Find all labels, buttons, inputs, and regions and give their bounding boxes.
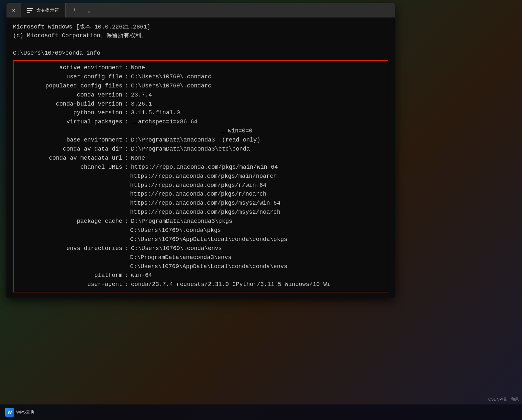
info-row-package-cache: package cache : D:\ProgramData\anaconda3… — [19, 217, 383, 226]
info-row-av-metadata-url: conda av metadata url : None — [19, 154, 383, 163]
terminal-body: Microsoft Windows [版本 10.0.22621.2861] (… — [6, 17, 395, 298]
base-env-value: D:\ProgramData\anaconda3 (read only) — [131, 136, 261, 145]
info-row-populated-config: populated config files : C:\Users\10769\… — [19, 82, 383, 91]
platform-label: platform — [19, 271, 122, 280]
sep10: : — [122, 154, 131, 163]
package-cache-value: D:\ProgramData\anaconda3\pkgs — [131, 217, 232, 226]
conda-version-value: 23.7.4 — [131, 91, 152, 100]
av-metadata-url-value: None — [131, 154, 145, 163]
package-cache-label: package cache — [19, 217, 122, 226]
dropdown-button[interactable]: ⌄ — [83, 5, 95, 16]
sep11: : — [122, 163, 131, 172]
header-line-1: Microsoft Windows [版本 10.0.22621.2861] — [13, 23, 388, 31]
envs-dir-cont-2: C:\Users\10769\AppData\Local\conda\conda… — [130, 262, 383, 271]
watermark: CSDN@花下和风 — [488, 397, 519, 402]
sep7: : — [122, 118, 131, 127]
channel-url-cont-2: https://repo.anaconda.com/pkgs/r/win-64 — [130, 181, 383, 190]
sep6: : — [122, 108, 131, 118]
prompt-line: C:\Users\10769>conda info — [13, 49, 388, 58]
platform-value: win-64 — [131, 271, 152, 280]
conda-build-label: conda-build version — [19, 100, 122, 109]
info-row-conda-build: conda-build version : 3.26.1 — [19, 100, 383, 109]
channel-url-cont-1: https://repo.anaconda.com/pkgs/main/noar… — [130, 172, 383, 181]
envs-dirs-label: envs directories — [19, 244, 122, 253]
sep12: : — [122, 217, 131, 226]
envs-dir-cont-1: D:\ProgramData\anaconda3\envs — [130, 253, 383, 262]
info-row-user-agent: user-agent : conda/23.7.4 requests/2.31.… — [19, 280, 383, 289]
channel-urls-label: channel URLs — [19, 163, 122, 172]
terminal-window: ✕ 命令提示符 + ⌄ Microsoft Windows [版本 10.0.2… — [6, 3, 395, 298]
channel-url-cont-4: https://repo.anaconda.com/pkgs/msys2/win… — [130, 199, 383, 208]
close-button[interactable]: ✕ — [6, 3, 21, 17]
taskbar: W WPS云典 — [0, 404, 522, 420]
sep9: : — [122, 145, 131, 154]
python-version-value: 3.11.5.final.0 — [131, 108, 180, 118]
populated-config-value: C:\Users\10769\.condarc — [131, 82, 211, 91]
virtual-packages-value: __archspec=1=x86_64 — [131, 118, 197, 127]
info-row-av-data-dir: conda av data dir : D:\ProgramData\anaco… — [19, 145, 383, 154]
info-row-conda-version: conda version : 23.7.4 — [19, 91, 383, 100]
user-config-value: C:\Users\10769\.condarc — [131, 73, 211, 82]
sep14: : — [122, 271, 131, 280]
sep3: : — [122, 82, 131, 91]
active-env-label: active environment — [19, 63, 122, 73]
virtual-packages-label: virtual packages — [19, 118, 122, 127]
sep4: : — [122, 91, 131, 100]
wps-icon: W — [5, 408, 14, 417]
pkg-cache-cont-1: C:\Users\10769\.conda\pkgs — [130, 226, 383, 235]
active-env-value: None — [131, 63, 145, 73]
sep1: : — [122, 63, 131, 73]
sep13: : — [122, 244, 131, 253]
title-bar-actions: + ⌄ — [69, 5, 95, 16]
info-row-envs-dirs: envs directories : C:\Users\10769\.conda… — [19, 244, 383, 253]
channel-urls-value: https://repo.anaconda.com/pkgs/main/win-… — [131, 163, 278, 172]
new-tab-button[interactable]: + — [69, 5, 81, 16]
terminal-icon — [27, 8, 33, 13]
user-config-label: user config file — [19, 73, 122, 82]
python-version-label: python version — [19, 108, 122, 118]
wps-label: WPS云典 — [16, 409, 34, 415]
sep5: : — [122, 100, 131, 109]
info-row-base-env: base environment : D:\ProgramData\anacon… — [19, 136, 383, 145]
pkg-cache-cont-2: C:\Users\10769\AppData\Local\conda\conda… — [130, 235, 383, 244]
populated-config-label: populated config files — [19, 82, 122, 91]
sep2: : — [122, 73, 131, 82]
base-env-label: base environment — [19, 136, 122, 145]
av-data-dir-value: D:\ProgramData\anaconda3\etc\conda — [131, 145, 250, 154]
info-row-channel-urls: channel URLs : https://repo.anaconda.com… — [19, 163, 383, 172]
av-data-dir-label: conda av data dir — [19, 145, 122, 154]
sep8: : — [122, 136, 131, 145]
info-row-active-env: active environment : None — [19, 63, 383, 73]
user-agent-label: user-agent — [19, 280, 122, 289]
title-bar: ✕ 命令提示符 + ⌄ — [6, 3, 395, 17]
conda-version-label: conda version — [19, 91, 122, 100]
user-agent-value: conda/23.7.4 requests/2.31.0 CPython/3.1… — [131, 280, 330, 289]
info-row-user-config: user config file : C:\Users\10769\.conda… — [19, 73, 383, 82]
channel-url-cont-3: https://repo.anaconda.com/pkgs/r/noarch — [130, 190, 383, 199]
blank-line — [13, 40, 388, 49]
av-metadata-url-label: conda av metadata url — [19, 154, 122, 163]
virtual-packages-continuation: __win=0=0 — [130, 127, 383, 136]
conda-info-box: active environment : None user config fi… — [13, 60, 388, 292]
envs-dirs-value: C:\Users\10769\.conda\envs — [131, 244, 222, 253]
sep15: : — [122, 280, 131, 289]
channel-url-cont-5: https://repo.anaconda.com/pkgs/msys2/noa… — [130, 208, 383, 217]
conda-build-value: 3.26.1 — [131, 100, 152, 109]
title-tab[interactable]: 命令提示符 — [21, 3, 66, 17]
info-row-python-version: python version : 3.11.5.final.0 — [19, 108, 383, 118]
tab-title: 命令提示符 — [36, 7, 59, 13]
header-line-2: (c) Microsoft Corporation。保留所有权利。 — [13, 31, 388, 40]
info-row-platform: platform : win-64 — [19, 271, 383, 280]
wps-taskbar-item[interactable]: W WPS云典 — [0, 404, 39, 420]
info-row-virtual-packages: virtual packages : __archspec=1=x86_64 — [19, 118, 383, 127]
